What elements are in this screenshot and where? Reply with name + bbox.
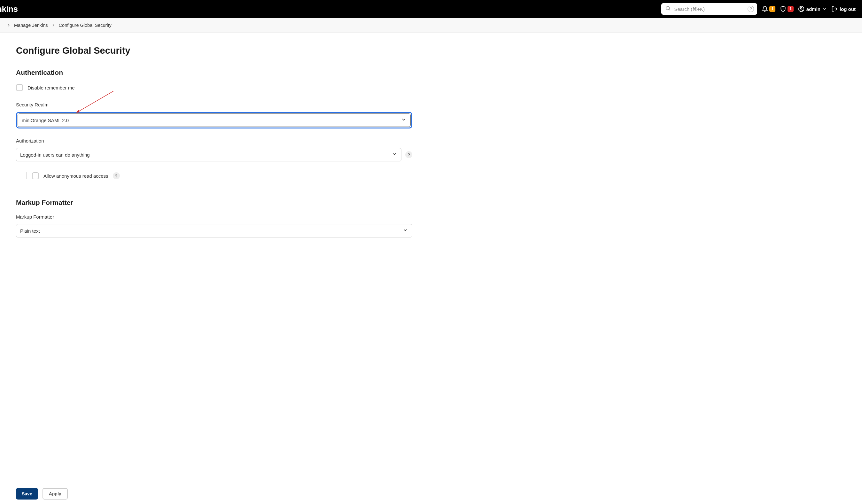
logout-link[interactable]: log out	[831, 6, 856, 12]
user-menu[interactable]: admin	[798, 6, 827, 12]
disable-remember-me-label: Disable remember me	[27, 85, 75, 91]
svg-point-5	[800, 7, 802, 9]
search-wrapper: ?	[661, 3, 757, 15]
logout-label: log out	[840, 6, 856, 12]
markup-formatter-section-title: Markup Formatter	[16, 199, 412, 207]
markup-formatter-label: Markup Formatter	[16, 214, 412, 220]
markup-formatter-value: Plain text	[20, 228, 40, 234]
notifications-group[interactable]: 1	[762, 6, 775, 12]
authorization-help-button[interactable]: ?	[405, 151, 412, 158]
jenkins-logo[interactable]: nkins	[0, 4, 17, 14]
logout-icon	[831, 6, 838, 12]
markup-formatter-select-wrapper: Plain text	[16, 224, 412, 237]
disable-remember-me-checkbox[interactable]	[16, 84, 23, 91]
user-icon	[798, 6, 805, 12]
allow-anonymous-checkbox[interactable]	[32, 172, 39, 179]
security-realm-label: Security Realm	[16, 102, 412, 107]
security-alert-group[interactable]: 1	[780, 6, 794, 12]
security-realm-select-focused: miniOrange SAML 2.0	[16, 112, 412, 129]
search-input[interactable]	[661, 3, 757, 15]
chevron-down-icon	[822, 7, 827, 11]
security-realm-value: miniOrange SAML 2.0	[22, 118, 69, 123]
search-icon	[665, 5, 671, 12]
authorization-value: Logged-in users can do anything	[20, 152, 90, 158]
authentication-section-title: Authentication	[16, 69, 412, 76]
authorization-select[interactable]: Logged-in users can do anything	[16, 148, 402, 161]
bell-icon	[762, 6, 768, 12]
authorization-select-wrapper: Logged-in users can do anything ?	[16, 148, 412, 161]
search-help-icon[interactable]: ?	[747, 6, 754, 12]
notification-badge: 1	[769, 6, 775, 12]
allow-anonymous-label: Allow anonymous read access	[43, 173, 108, 178]
breadcrumb: Manage Jenkins Configure Global Security	[0, 18, 862, 32]
top-header: nkins ? 1 1 admin log out	[0, 0, 862, 18]
shield-alert-icon	[780, 6, 786, 12]
allow-anonymous-row: Allow anonymous read access ?	[26, 172, 412, 179]
security-alert-badge: 1	[787, 6, 794, 12]
svg-point-3	[783, 10, 783, 10]
header-right: ? 1 1 admin log out	[661, 3, 856, 15]
authorization-label: Authorization	[16, 138, 412, 144]
svg-line-1	[669, 9, 670, 10]
main-content: Configure Global Security Authentication…	[0, 32, 428, 280]
username-label: admin	[806, 6, 821, 12]
breadcrumb-configure-security[interactable]: Configure Global Security	[59, 23, 112, 28]
page-title: Configure Global Security	[16, 45, 412, 56]
disable-remember-me-row: Disable remember me	[16, 84, 412, 91]
markup-formatter-select[interactable]: Plain text	[16, 224, 412, 237]
section-divider	[16, 187, 412, 187]
security-realm-select[interactable]: miniOrange SAML 2.0	[17, 114, 411, 127]
breadcrumb-manage-jenkins[interactable]: Manage Jenkins	[14, 23, 48, 28]
chevron-right-icon	[6, 23, 11, 27]
svg-point-0	[666, 6, 670, 10]
allow-anonymous-help-button[interactable]: ?	[113, 172, 120, 179]
chevron-right-icon	[51, 23, 56, 27]
